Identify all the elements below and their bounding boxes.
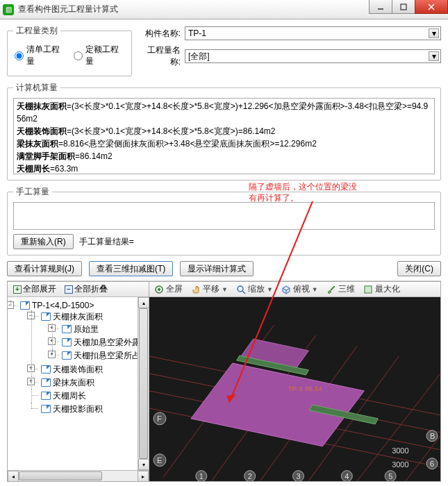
tree-toggle[interactable]: + [48, 324, 56, 332]
svg-point-5 [158, 288, 160, 291]
pan-button[interactable]: 平移▼ [189, 283, 230, 296]
show-detail-button[interactable]: 显示详细计算式 [180, 261, 254, 276]
minus-icon: − [65, 285, 73, 294]
manual-input-box[interactable] [13, 202, 435, 230]
orbit-button[interactable]: 俯视▼ [279, 283, 320, 296]
scroll-up-button[interactable]: ▴ [138, 297, 149, 308]
svg-text:5: 5 [388, 472, 392, 480]
calc-line: 天棚抹灰面积=(3<长度>*0.1<宽度>+14.8<长度>*5.8<宽度>)+… [17, 100, 431, 125]
tree-scrollbar-h[interactable]: ◂ ▸ [8, 470, 149, 481]
hand-icon [191, 285, 201, 294]
view-3d-deduct-button[interactable]: 查看三维扣减图(T) [89, 261, 173, 276]
svg-text:1: 1 [199, 472, 204, 480]
scroll-left-button[interactable]: ◂ [8, 471, 19, 482]
page-icon [62, 325, 72, 333]
tree-root[interactable]: TP-1<4,D-1500> [32, 301, 94, 310]
calc-line: 天棚装饰面积=(3<长度>*0.1<宽度>+14.8<长度>*5.8<宽度>)=… [17, 125, 431, 137]
quantity-name-label: 工程量名称: [139, 44, 181, 68]
calc-line: 天棚周长=63.3m [17, 162, 431, 174]
page-icon [41, 365, 51, 374]
computer-calc-legend: 计算机算量 [13, 82, 60, 94]
svg-text:3000: 3000 [392, 460, 408, 469]
reenter-button[interactable]: 重新输入(R) [13, 234, 74, 249]
expand-all-button[interactable]: +全部展开 [10, 283, 59, 296]
tree-toggle[interactable]: + [48, 337, 56, 345]
scroll-down-button[interactable]: ▾ [138, 459, 149, 470]
calc-line: 满堂脚手架面积=86.14m2 [17, 150, 431, 162]
svg-text:TP-1 86.14: TP-1 86.14 [288, 385, 323, 392]
close-window-button[interactable] [415, 0, 448, 14]
svg-text:4: 4 [345, 472, 349, 480]
fullscreen-icon [154, 285, 164, 294]
chevron-down-icon: ▼ [222, 286, 228, 293]
calc-line: 梁抹灰面积=8.816<悬空梁侧面抹灰面积>+3.48<悬空梁底面抹灰面积>=1… [17, 137, 431, 150]
tree-node[interactable]: 天棚投影面积 [53, 404, 103, 414]
plus-icon: + [13, 285, 22, 294]
tree-node[interactable]: 天棚扣悬空梁所占面 [74, 351, 138, 360]
svg-text:3: 3 [296, 472, 300, 480]
svg-rect-8 [365, 286, 372, 293]
tree-scrollbar-v[interactable]: ▴ ▾ [138, 297, 149, 470]
svg-rect-1 [401, 4, 406, 10]
quantity-type-group: 工程量类别 清单工程量 定额工程量 [7, 25, 132, 76]
cube-icon [281, 285, 291, 294]
maximize-button[interactable] [392, 0, 415, 14]
tree-node[interactable]: 天棚加悬空梁外露面 [74, 337, 138, 347]
page-icon [62, 338, 72, 346]
tree-node[interactable]: 天棚周长 [53, 391, 86, 401]
component-name-combo[interactable]: TP-1 ▾ [185, 26, 441, 40]
page-icon [41, 378, 51, 387]
component-name-label: 构件名称: [139, 28, 181, 40]
brush-icon [326, 285, 336, 294]
collapse-all-button[interactable]: −全部折叠 [62, 283, 110, 296]
radio-quota-qty[interactable]: 定额工程量 [74, 44, 124, 67]
fullscreen-button[interactable]: 全屏 [152, 283, 185, 296]
computer-calc-group: 计算机算量 天棚抹灰面积=(3<长度>*0.1<宽度>+14.8<长度>*5.8… [7, 82, 441, 181]
chevron-down-icon: ▼ [267, 286, 273, 293]
3d-scene: TP-1 86.14 F E 1 2 3 4 B 6 5 3000 3000 [149, 297, 440, 481]
scroll-right-button[interactable]: ▸ [138, 471, 149, 482]
page-icon [41, 405, 51, 413]
chevron-down-icon: ▼ [312, 286, 318, 293]
svg-line-7 [242, 291, 245, 294]
svg-text:6: 6 [430, 460, 434, 468]
tree-node[interactable]: 天棚装饰面积 [53, 364, 103, 374]
svg-text:B: B [430, 432, 435, 440]
chevron-down-icon[interactable]: ▾ [429, 51, 439, 61]
3d-button[interactable]: 三维 [324, 283, 357, 296]
tree-toggle[interactable]: + [27, 378, 35, 385]
chevron-down-icon[interactable]: ▾ [429, 28, 439, 38]
tree-toggle[interactable]: + [27, 364, 35, 372]
magnifier-icon [236, 285, 246, 294]
maximize-button[interactable]: 最大化 [361, 283, 402, 296]
page-icon [20, 301, 30, 310]
tree-toggle[interactable]: + [48, 351, 56, 358]
tree-toggle[interactable]: − [27, 312, 35, 319]
svg-text:2: 2 [248, 472, 252, 480]
calc-formula-box[interactable]: 天棚抹灰面积=(3<长度>*0.1<宽度>+14.8<长度>*5.8<宽度>)+… [13, 98, 435, 174]
deduction-tree[interactable]: −TP-1<4,D-1500> −天棚抹灰面积 +原始里 +天棚加悬空梁外露面 … [8, 297, 138, 470]
svg-line-18 [406, 436, 440, 481]
manual-calc-legend: 手工算量 [13, 186, 52, 198]
zoom-button[interactable]: 缩放▼ [234, 283, 275, 296]
minimize-button[interactable] [369, 0, 392, 14]
svg-point-6 [238, 286, 243, 292]
tree-node[interactable]: 原始里 [74, 324, 99, 334]
svg-text:3000: 3000 [392, 446, 408, 455]
radio-list-qty[interactable]: 清单工程量 [15, 44, 65, 67]
quantity-type-legend: 工程量类别 [13, 25, 60, 37]
page-icon [62, 351, 72, 360]
3d-viewport[interactable]: TP-1 86.14 F E 1 2 3 4 B 6 5 3000 3000 [149, 297, 440, 481]
maximize-icon [363, 285, 373, 294]
svg-text:F: F [157, 414, 162, 423]
page-icon [41, 392, 51, 400]
page-icon [41, 312, 51, 321]
quantity-name-combo[interactable]: [全部] ▾ [185, 49, 441, 63]
close-button[interactable]: 关闭(C) [397, 261, 441, 276]
tree-toggle[interactable]: − [8, 301, 14, 309]
tree-node[interactable]: 天棚抹灰面积 [53, 312, 103, 321]
svg-marker-19 [191, 363, 364, 446]
tree-node[interactable]: 梁抹灰面积 [53, 378, 94, 387]
app-icon: ▧ [3, 4, 14, 15]
view-rule-button[interactable]: 查看计算规则(J) [7, 261, 82, 276]
